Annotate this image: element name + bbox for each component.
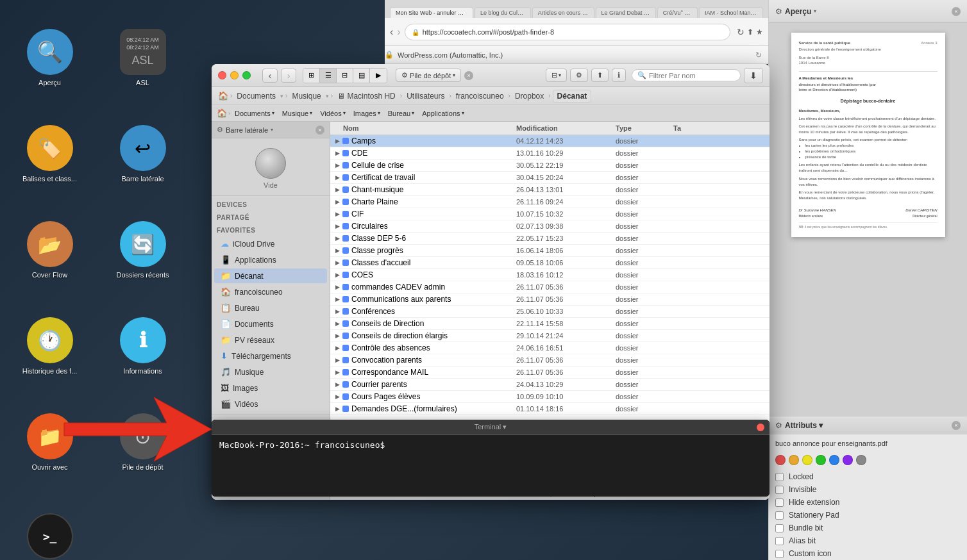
sidebar-bureau[interactable]: 📋 Bureau [214,301,327,315]
close-button[interactable] [218,71,226,79]
table-row[interactable]: ▶ Certificat de travail 30.04.15 20:24 d… [330,172,769,184]
color-dot-gray[interactable] [856,455,866,465]
browser-tab-3[interactable]: Articles en cours -... [532,7,594,18]
sidebar-telechargements[interactable]: ⬇ Téléchargements [214,349,327,363]
pile-depot-label[interactable]: Pile de dépôt [410,72,451,79]
table-row[interactable]: ▶ Conseils de direction élargis 29.10.14… [330,330,769,342]
info-icon[interactable]: ℹ [618,71,620,79]
attr-checkbox[interactable] [775,498,784,507]
sidebar-icloud[interactable]: ☁ iCloud Drive [214,236,327,251]
sidebar-barre-label[interactable]: Barre latérale [226,126,268,134]
browser-tab-1[interactable]: Mon Site Web - annuler Cuppe - Zot - Deb… [390,7,473,18]
path-item-docs[interactable]: Documents [234,90,278,102]
search-box[interactable]: 🔍 [632,69,741,81]
view-column-btn[interactable]: ⊟ [337,69,353,83]
table-row[interactable]: ▶ Charte Plaine 26.11.16 09:24 dossier [330,196,769,208]
table-row[interactable]: ▶ Circulaires 02.07.13 09:38 dossier [330,220,769,233]
table-row[interactable]: ▶ Courrier parents 24.04.13 10:29 dossie… [330,379,769,391]
attributes-close[interactable]: × [952,421,961,430]
desktop-icon-balises[interactable]: 🏷️ Balises et class... [3,106,96,202]
path-decanat[interactable]: Décanat [553,90,592,103]
pile-depot-close[interactable]: × [464,71,473,80]
back-button[interactable]: ‹ [262,69,278,83]
attr-checkbox[interactable] [775,524,784,532]
table-row[interactable]: ▶ Classe DEP 5-6 22.05.17 15:23 dossier [330,233,769,245]
browser-tab-5[interactable]: Cré/Vu° c... [657,7,698,18]
col-type[interactable]: Type [616,124,673,132]
desktop-icon-asl[interactable]: 08:24:12 AM 08:24:12 AM ASL ASL [96,10,189,106]
fav-applications[interactable]: Applications▾ [419,108,467,119]
download-button[interactable]: ⬇ [744,68,763,83]
search-input[interactable] [649,72,735,79]
table-row[interactable]: ▶ Conseils de Direction 22.11.14 15:58 d… [330,318,769,330]
sidebar-francoiscuneo[interactable]: 🏠 francoiscuneo [214,284,327,299]
sidebar-images[interactable]: 🖼 Images [214,381,327,395]
browser-tab-6[interactable]: IAM - School Manager... [699,7,763,18]
sidebar-applications[interactable]: 📱 Applications [214,252,327,267]
action-icon[interactable]: ⚙ [576,71,582,79]
share-icon[interactable]: ⬆ [597,71,603,79]
sidebar-musique[interactable]: 🎵 Musique [214,365,327,379]
browser-share-btn[interactable]: ⬆ [747,27,753,37]
table-row[interactable]: ▶ Conférences 25.06.10 10:33 dossier [330,306,769,318]
table-row[interactable]: ▶ commandes CADEV admin 26.11.07 05:36 d… [330,281,769,293]
color-dot-yellow[interactable] [802,455,812,465]
table-row[interactable]: ▶ Cours Pages élèves 10.09.09 10:10 doss… [330,391,769,403]
table-row[interactable]: ▶ Demandes DGE...(formulaires) 01.10.14 … [330,403,769,415]
desktop-icon-terminal[interactable]: >_ [3,490,96,560]
browser-tab-4[interactable]: Le Grand Debat -... [596,7,656,18]
preview-close[interactable]: × [952,7,961,16]
desktop-icon-cover[interactable]: 📂 Cover Flow [3,202,96,298]
color-dot-blue[interactable] [829,455,839,465]
color-dot-purple[interactable] [843,455,853,465]
color-dot-red[interactable] [775,455,786,465]
table-row[interactable]: ▶ Chant-musique 26.04.13 13:01 dossier [330,184,769,196]
browser-forward-btn[interactable]: › [397,26,400,38]
maximize-button[interactable] [242,71,251,79]
desktop-icon-ouvrir[interactable]: 📁 Ouvrir avec [3,394,96,490]
fav-documents[interactable]: Documents▾ [231,108,278,119]
attr-checkbox[interactable] [775,473,784,481]
fav-images[interactable]: Images▾ [350,108,383,119]
table-row[interactable]: ▶ CIF 10.07.15 10:32 dossier [330,208,769,220]
browser-url-bar[interactable]: 🔒 https://cocoatech.com/#/post/path-find… [405,24,730,40]
table-row[interactable]: ▶ Correspondance MAIL 26.11.07 05:36 dos… [330,366,769,379]
path-francois[interactable]: francoiscuneo [453,90,507,102]
table-row[interactable]: ▶ COES 18.03.16 10:12 dossier [330,269,769,281]
browser-back-btn[interactable]: ‹ [390,26,393,38]
forward-button[interactable]: › [281,69,296,83]
desktop-icon-pile[interactable]: ⊙ Pile de dépôt [96,394,189,490]
table-row[interactable]: ▶ Communications aux parents 26.11.07 05… [330,293,769,306]
color-dot-orange[interactable] [789,455,799,465]
sidebar-pv[interactable]: 📁 PV réseaux [214,333,327,347]
terminal-close-btn[interactable] [757,424,764,431]
view-play-btn[interactable]: ▶ [370,69,387,83]
desktop-icon-barre[interactable]: ↩ Barre latérale [96,106,189,202]
fav-bureau[interactable]: Bureau▾ [385,108,417,119]
desktop-icon-apercu[interactable]: 🔍 Aperçu [3,10,96,106]
browser-bookmark-btn[interactable]: ★ [756,27,763,37]
minimize-button[interactable] [230,71,239,79]
sidebar-videos[interactable]: 🎬 Vidéos [214,397,327,411]
table-row[interactable]: ▶ CDE 13.01.16 10:29 dossier [330,147,769,160]
browser-tab-2[interactable]: Le blog du Culp... [475,7,531,18]
attr-checkbox[interactable] [775,511,784,520]
col-tag[interactable]: Ta [673,124,699,132]
terminal-content[interactable]: MacBook-Pro-2016:~ francoiscuneo$ [212,435,769,497]
sidebar-documents[interactable]: 📄 Documents [214,317,327,331]
attr-checkbox[interactable] [775,550,784,558]
path-utilisateurs[interactable]: Utilisateurs [404,90,447,102]
view-list-btn[interactable]: ☰ [320,69,337,83]
table-row[interactable]: ▶ Cellule de crise 30.05.12 22:19 dossie… [330,160,769,172]
attr-checkbox[interactable] [775,537,784,545]
table-row[interactable]: ▶ Classe progrès 16.06.14 18:06 dossier [330,245,769,257]
table-row[interactable]: ▶ Contrôle des absences 24.06.16 16:51 d… [330,342,769,354]
fav-musique[interactable]: Musique▾ [279,108,316,119]
table-row[interactable]: ▶ Camps 04.12.12 14:23 dossier [330,135,769,147]
desktop-icon-informations[interactable]: ℹ Informations [96,298,189,394]
col-nom[interactable]: Nom [330,124,516,132]
sidebar-decanat[interactable]: 📁 Décanat [214,268,327,283]
browser-reload-btn[interactable]: ↻ [737,27,744,37]
path-item-musique[interactable]: Musique [289,90,323,102]
path-macintosh[interactable]: 🖥 Macintosh HD [335,90,398,102]
